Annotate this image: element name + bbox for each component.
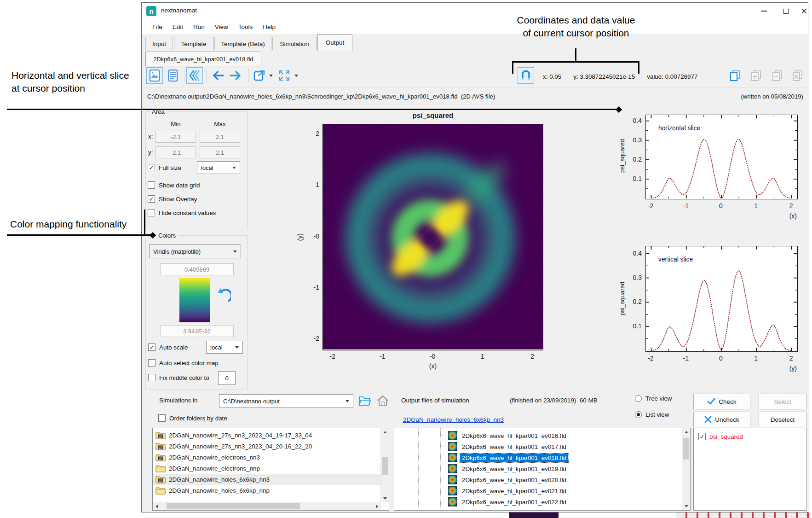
area-y-max-input[interactable]: 2.1 [200,146,240,158]
uncheck-button[interactable]: Uncheck [693,412,750,427]
folder-list-vscrollbar[interactable] [380,428,389,502]
folder-item[interactable]: 2DGaN_nanowire_electrons_nn3 [153,452,381,463]
tab-input[interactable]: Input [145,37,173,50]
file-name: 2Dkp6x6_wave_hl_kpar001_ev021.fld [460,487,568,495]
menu-run[interactable]: Run [188,21,210,33]
simulation-folder-list[interactable]: 2DGaN_nanowire_27s_nn3_2023_04_19-17_33_… [152,428,389,511]
menu-file[interactable]: File [147,21,167,33]
auto-select-colormap-checkbox[interactable]: Auto select color map [148,359,219,367]
main-xtick: 1 [473,353,492,360]
main-ytick: 1 [297,181,319,188]
check-button[interactable]: Check [693,394,750,409]
select-button[interactable]: Select [759,394,806,409]
title-bar[interactable]: n nextnanomat [142,3,808,19]
folder-name: 2DGaN_nanowire_holes_6x6kp_nnp [169,487,270,494]
folder-item[interactable]: 2DGaN_nanowire_27s_nn3_2023_04_20-16_22_… [153,441,381,452]
export-dropdown-caret[interactable] [269,75,273,77]
list-view-radio[interactable]: List view [635,411,669,418]
copy-plot-button[interactable] [727,67,743,84]
maximize-button[interactable] [779,6,793,17]
export-icon [253,69,266,82]
remove-overlay-button[interactable] [769,67,786,84]
full-size-mode-select[interactable]: local [197,161,240,174]
fullscreen-button[interactable] [276,67,293,84]
vertical-slice-chart[interactable]: psi_squared vertical slice0.40.30.20.1-2… [615,228,808,380]
area-x-max-input[interactable]: 2.1 [200,131,240,143]
simulation-folder-link[interactable]: 2DGaN_nanowire_holes_6x6kp_nn3 [403,416,504,423]
folder-item[interactable]: 2DGaN_nanowire_electrons_nnp [153,463,381,474]
check-icon [707,398,715,405]
document-tab[interactable]: 2Dkp6x6_wave_hl_kpar001_ev018.fld [145,52,261,66]
folder-item[interactable]: 2DGaN_nanowire_27s_nn3_2023_04_19-17_33_… [153,430,381,441]
home-button[interactable] [376,394,389,409]
file-item[interactable]: 2Dkp6x6_wave_hl_kpar001_ev020.fld [394,474,682,485]
menu-edit[interactable]: Edit [167,21,188,33]
dataset-psi-squared-checkbox[interactable]: ✓psi_squared [698,433,743,440]
color-max-value[interactable]: 0.405869 [160,263,234,275]
tab-simulation[interactable]: Simulation [272,37,317,50]
file-item[interactable]: 2Dkp6x6_wave_hl_kpar001_ev021.fld [394,485,682,496]
file-item[interactable]: 2Dkp6x6_wave_hl_kpar001_ev022.fld [394,496,682,507]
snap-cursor-button[interactable] [518,67,534,84]
fix-middle-color-checkbox[interactable]: Fix middle color to [148,374,209,381]
tab-template[interactable]: Template [174,37,213,50]
folder-list-hscrollbar[interactable] [153,502,381,510]
text-view-button[interactable] [165,67,181,84]
slice-ytick: 0.2 [622,156,642,163]
slice-ytick: 0.1 [622,175,642,182]
main-plot-ticks [323,124,543,349]
file-item[interactable]: 2Dkp6x6_wave_hl_kpar001_ev017.fld [394,441,682,452]
tab-output[interactable]: Output [317,34,352,51]
folder-item[interactable]: 2DGaN_nanowire_holes_6x6kp_nnp [153,485,381,496]
next-button[interactable] [228,67,245,84]
folder-icon [155,465,166,472]
fullscreen-dropdown-caret[interactable] [294,75,298,77]
show-overlay-checkbox[interactable]: ✓Show Overlay [148,195,197,203]
image-icon [149,69,161,82]
output-file-list[interactable]: 2Dkp6x6_wave_hl_kpar001_ev016.fld2Dkp6x6… [394,428,691,511]
color-min-value[interactable]: 3.944E-32 [160,325,234,337]
reverse-colormap-button[interactable] [217,287,231,305]
tree-view-radio[interactable]: Tree view [635,395,672,402]
close-button[interactable] [797,6,811,17]
main-heatmap[interactable] [322,124,543,350]
folder-item[interactable]: 2DGaN_nanowire_holes_6x6kp_nn3 [153,474,381,485]
fld-thumbnail-icon [448,486,457,495]
clear-overlays-button[interactable] [789,67,806,84]
vertical-slice-label: vertical slice [658,256,693,263]
show-data-grid-checkbox[interactable]: Show data grid [148,181,200,189]
deselect-button[interactable]: Deselect [759,412,806,427]
slice-xtick: 1 [747,355,765,362]
file-item[interactable]: 2Dkp6x6_wave_hl_kpar001_ev019.fld [394,463,682,474]
slices-button[interactable] [186,67,203,84]
browse-folder-button[interactable] [358,394,372,409]
colormap-select[interactable]: Viridis (matplotlib) [149,244,241,258]
hide-constant-values-checkbox[interactable]: Hide constant values [148,209,216,216]
auto-scale-checkbox[interactable]: ✓Auto scale [148,343,188,351]
selected-dataset-list[interactable]: ✓psi_squared [693,428,806,511]
file-item[interactable]: 2Dkp6x6_wave_hl_kpar001_ev016.fld [394,430,682,441]
fix-middle-color-input[interactable]: 0 [218,371,236,385]
arrow-left-icon [210,71,224,80]
tab-template-beta-[interactable]: Template (Beta) [214,37,271,50]
add-overlay-button[interactable] [748,67,765,84]
order-folders-checkbox[interactable]: Order folders by date [158,414,227,422]
horizontal-slice-chart[interactable]: psi_squared horizontal slice0.40.30.20.1… [615,95,808,225]
minimize-button[interactable] [757,6,771,17]
simulations-path-select[interactable]: C:\D\nextnano output [219,394,353,408]
menu-view[interactable]: View [210,21,233,33]
previous-button[interactable] [209,67,225,84]
file-name: 2Dkp6x6_wave_hl_kpar001_ev022.fld [460,498,568,506]
area-x-min-input[interactable]: -2.1 [155,131,196,143]
output-files-label: Output files of simulation [401,397,469,404]
export-button[interactable] [251,67,268,84]
file-list-vscrollbar[interactable] [682,428,690,510]
auto-scale-mode-select[interactable]: local [206,341,243,354]
area-y-min-input[interactable]: -2.1 [155,146,196,158]
menu-help[interactable]: Help [258,21,281,33]
plot-view-button[interactable] [146,67,163,84]
file-item[interactable]: 2Dkp6x6_wave_hl_kpar001_ev018.fld [394,452,682,463]
menu-tools[interactable]: Tools [233,21,258,33]
copy-pages-icon [729,70,741,81]
full-size-checkbox[interactable]: ✓Full size [148,164,181,171]
